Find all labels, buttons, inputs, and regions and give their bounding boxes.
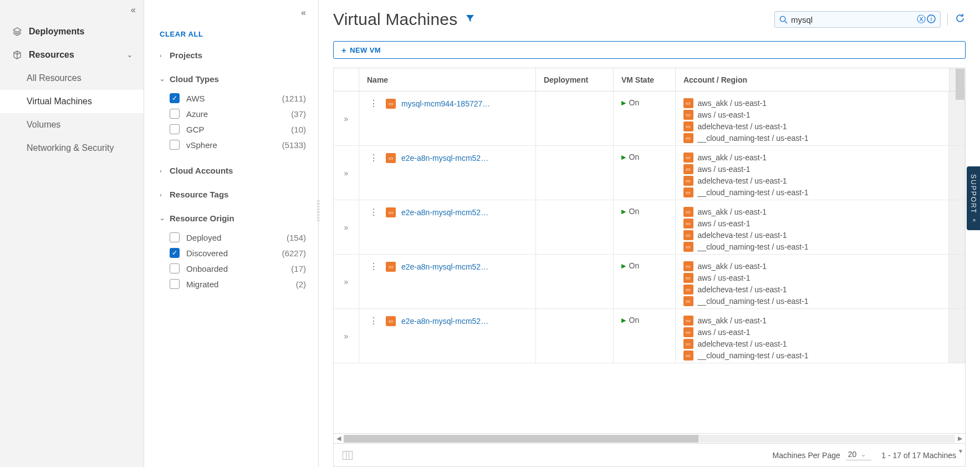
nav-volumes[interactable]: Volumes: [0, 113, 144, 136]
aws-icon: [683, 219, 693, 229]
chevron-right-icon: ›: [160, 52, 170, 59]
column-picker-icon[interactable]: [343, 451, 353, 460]
refresh-icon[interactable]: [955, 13, 966, 27]
per-page-select[interactable]: 20 ⌄: [846, 450, 872, 460]
deployments-icon: [11, 27, 23, 36]
filters-collapse-icon[interactable]: «: [301, 8, 306, 20]
chevron-down-icon: ⌄: [861, 451, 866, 458]
search-box[interactable]: ⓧ i: [774, 11, 941, 28]
filter-option-label: Azure: [186, 109, 291, 119]
filter-option-count: (17): [291, 264, 306, 273]
play-icon: ▶: [621, 317, 626, 324]
support-tab[interactable]: SUPPORT «: [967, 166, 980, 230]
search-input[interactable]: [788, 15, 916, 24]
account-line: aws / us-east-1: [683, 110, 809, 120]
nav-virtual-machines[interactable]: Virtual Machines: [0, 90, 144, 113]
horizontal-scrollbar[interactable]: ◀ ▶: [334, 433, 965, 443]
filter-option-cloudtype-0[interactable]: ✓AWS(1211): [170, 90, 306, 106]
vm-state: ▶On: [621, 153, 640, 161]
nav-all-resources[interactable]: All Resources: [0, 67, 144, 90]
vm-name-link[interactable]: e2e-a8n-mysql-mcm52…: [401, 317, 488, 326]
vm-name-link[interactable]: e2e-a8n-mysql-mcm52…: [401, 262, 488, 271]
cell-deployment: [536, 92, 614, 145]
account-list: aws_akk / us-east-1aws / us-east-1adelch…: [683, 316, 809, 361]
nav-deployments[interactable]: Deployments: [0, 20, 144, 43]
filter-option-origin-0[interactable]: Deployed(154): [170, 230, 306, 245]
col-vm-state[interactable]: VM State: [614, 68, 676, 91]
play-icon: ▶: [621, 99, 626, 106]
filter-resource-tags-header[interactable]: › Resource Tags: [160, 186, 306, 202]
col-account-region[interactable]: Account / Region: [676, 68, 950, 91]
filter-cloud-types-header[interactable]: ⌄ Cloud Types: [160, 71, 306, 87]
per-page-value: 20: [848, 450, 857, 459]
account-line: adelcheva-test / us-east-1: [683, 121, 809, 131]
new-vm-button[interactable]: + NEW VM: [333, 41, 966, 59]
cell-deployment: [536, 255, 614, 308]
checkbox-icon: [170, 232, 180, 242]
filter-cloud-accounts-header[interactable]: › Cloud Accounts: [160, 163, 306, 179]
filter-resource-origin-header[interactable]: ⌄ Resource Origin: [160, 210, 306, 226]
expand-row-icon[interactable]: »: [334, 200, 359, 254]
aws-icon: [683, 273, 693, 283]
expand-row-icon[interactable]: »: [334, 255, 359, 308]
clear-all-filters[interactable]: CLEAR ALL: [160, 30, 306, 38]
info-icon[interactable]: i: [927, 14, 936, 25]
expand-row-icon[interactable]: »: [334, 309, 359, 363]
aws-icon: [683, 261, 693, 271]
grid-footer: Machines Per Page 20 ⌄ 1 - 17 of 17 Mach…: [334, 443, 965, 466]
main-content: Virtual Machines ⓧ i +: [319, 0, 980, 467]
vm-name-link[interactable]: e2e-a8n-mysql-mcm52…: [401, 154, 488, 163]
grid-row: »⋮mysql-mcm944-185727…▶Onaws_akk / us-ea…: [334, 92, 965, 146]
aws-icon: [683, 296, 693, 306]
aws-icon: [683, 316, 693, 326]
clear-search-icon[interactable]: ⓧ: [916, 14, 927, 26]
expand-row-icon[interactable]: »: [334, 92, 359, 145]
vm-name-link[interactable]: mysql-mcm944-185727…: [401, 99, 490, 108]
account-line: adelcheva-test / us-east-1: [683, 230, 809, 240]
aws-icon: [386, 153, 396, 163]
filter-icon[interactable]: [465, 13, 475, 26]
sidebar-nav: « Deployments Resources ⌄ All Resources …: [0, 0, 144, 467]
nav-networking-security[interactable]: Networking & Security: [0, 136, 144, 160]
row-actions-icon[interactable]: ⋮: [367, 261, 380, 272]
chevron-down-icon: ⌄: [127, 51, 132, 59]
expand-row-icon[interactable]: »: [334, 146, 359, 200]
col-name[interactable]: Name: [359, 68, 536, 91]
filter-option-cloudtype-2[interactable]: GCP(10): [170, 121, 306, 137]
cell-deployment: [536, 146, 614, 200]
grid-row: »⋮e2e-a8n-mysql-mcm52…▶Onaws_akk / us-ea…: [334, 309, 965, 363]
chevron-down-icon: ⌄: [160, 75, 170, 83]
chevron-down-icon: ⌄: [160, 215, 170, 222]
account-line: aws_akk / us-east-1: [683, 207, 809, 217]
nav-collapse-icon[interactable]: «: [131, 5, 136, 15]
aws-icon: [386, 99, 396, 109]
cell-deployment: [536, 309, 614, 363]
filter-option-origin-3[interactable]: Migrated(2): [170, 276, 306, 292]
vm-state: ▶On: [621, 98, 640, 107]
col-deployment[interactable]: Deployment: [536, 68, 614, 91]
grid-row: »⋮e2e-a8n-mysql-mcm52…▶Onaws_akk / us-ea…: [334, 200, 965, 255]
vertical-scrollbar[interactable]: [956, 69, 964, 100]
account-list: aws_akk / us-east-1aws / us-east-1adelch…: [683, 153, 809, 197]
row-actions-icon[interactable]: ⋮: [367, 98, 380, 109]
filter-option-count: (5133): [282, 140, 306, 150]
nav-resources[interactable]: Resources ⌄: [0, 43, 144, 67]
account-line: __cloud_naming-test / us-east-1: [683, 242, 809, 252]
filter-option-label: Discovered: [186, 248, 282, 258]
row-actions-icon[interactable]: ⋮: [367, 207, 380, 217]
filter-resource-tags-label: Resource Tags: [170, 190, 228, 199]
filter-option-cloudtype-3[interactable]: vSphere(5133): [170, 137, 306, 153]
filter-option-origin-1[interactable]: ✓Discovered(6227): [170, 245, 306, 261]
account-line: __cloud_naming-test / us-east-1: [683, 187, 809, 197]
row-actions-icon[interactable]: ⋮: [367, 316, 380, 326]
account-line: aws_akk / us-east-1: [683, 153, 809, 163]
filter-panel: « CLEAR ALL › Projects ⌄ Cloud Types ✓AW…: [144, 0, 319, 467]
account-line: adelcheva-test / us-east-1: [683, 339, 809, 349]
filter-option-cloudtype-1[interactable]: Azure(37): [170, 106, 306, 121]
aws-icon: [683, 121, 693, 131]
vm-name-link[interactable]: e2e-a8n-mysql-mcm52…: [401, 208, 488, 217]
row-actions-icon[interactable]: ⋮: [367, 153, 380, 163]
filter-projects-header[interactable]: › Projects: [160, 47, 306, 63]
filter-option-origin-2[interactable]: Onboarded(17): [170, 261, 306, 276]
scroll-down-icon[interactable]: ▼: [958, 448, 963, 454]
